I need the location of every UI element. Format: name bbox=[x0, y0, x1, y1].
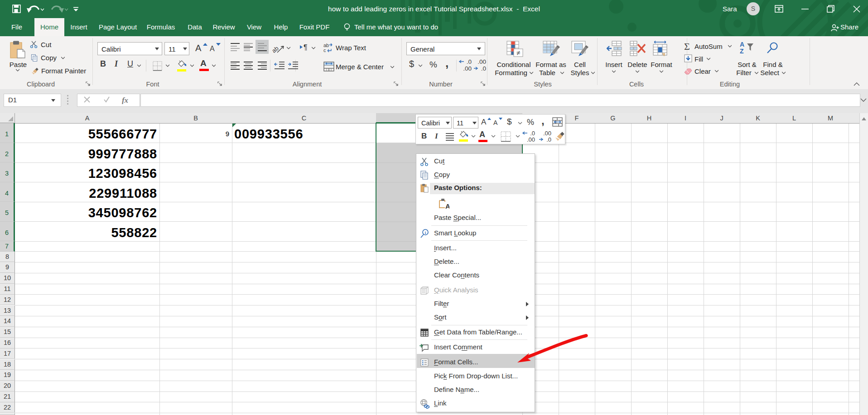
svg-text:.00: .00 bbox=[463, 65, 472, 72]
svg-text:A: A bbox=[740, 41, 744, 48]
svg-text:c: c bbox=[323, 48, 326, 53]
svg-text:A: A bbox=[445, 202, 449, 210]
svg-text:¶: ¶ bbox=[304, 43, 308, 51]
svg-text:.00: .00 bbox=[477, 58, 486, 65]
svg-text:Z: Z bbox=[740, 48, 744, 54]
svg-text:.0: .0 bbox=[481, 65, 486, 72]
svg-text:fx: fx bbox=[122, 96, 129, 104]
svg-text:.0: .0 bbox=[530, 130, 535, 137]
svg-text:≠: ≠ bbox=[516, 49, 520, 57]
svg-text:.00: .00 bbox=[543, 130, 551, 137]
svg-text:ab: ab bbox=[272, 45, 280, 54]
svg-text:.0: .0 bbox=[546, 136, 551, 143]
svg-text:.00: .00 bbox=[527, 136, 535, 143]
svg-text:.0: .0 bbox=[467, 58, 472, 65]
svg-text:i: i bbox=[425, 230, 426, 235]
